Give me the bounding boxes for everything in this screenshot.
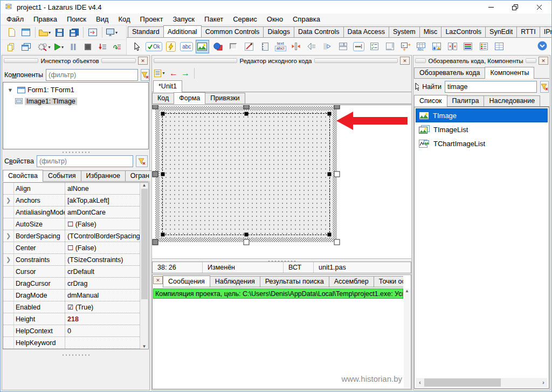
menu-code[interactable]: Код (113, 14, 135, 24)
property-row[interactable]: ❯Constraints(TSizeConstraints) (3, 254, 140, 266)
tab-assembler[interactable]: Ассемблер (329, 276, 374, 287)
tab-breakpoints[interactable]: Точки останова (374, 276, 403, 287)
property-row[interactable]: ❯Anchors[akTop,akLeft] (3, 195, 140, 207)
property-grid-scrollbar[interactable]: ▲▼ (140, 183, 148, 349)
selection-handle[interactable] (161, 173, 165, 176)
palette-tab-rtti[interactable]: RTTI (516, 26, 540, 37)
open-button[interactable]: ▾ (38, 26, 51, 39)
tab-code-explorer[interactable]: Обозреватель кода (414, 67, 485, 78)
tab-anchors[interactable]: Привязки (205, 93, 245, 104)
property-row[interactable]: HelpContext0 (3, 325, 140, 337)
find-clear-icon[interactable] (540, 81, 549, 93)
palette-tab-dialogs[interactable]: Dialogs (263, 26, 294, 37)
property-row[interactable]: Center☐ (False) (3, 242, 140, 254)
tree-collapse-icon[interactable]: ▾ (5, 86, 15, 94)
object-inspector-close-icon[interactable]: ✕ (138, 57, 148, 65)
form-handle[interactable] (334, 105, 340, 109)
dock-grip[interactable] (415, 58, 426, 63)
property-row[interactable]: AlignalNone (3, 183, 140, 195)
dock-grip[interactable] (4, 58, 38, 63)
palette-tab-additional[interactable]: Additional (163, 25, 202, 38)
selection-handle[interactable] (161, 112, 165, 116)
tspeedbutton-icon[interactable] (164, 40, 178, 53)
build-button[interactable]: ▾ (38, 40, 51, 53)
components-panel-close-icon[interactable]: ✕ (539, 57, 548, 65)
tab-restricted[interactable]: Огран (125, 170, 155, 181)
navigate-forward-icon[interactable]: → (181, 68, 190, 78)
scroll-up-icon[interactable]: ▲ (142, 183, 147, 188)
list-item-timagelist[interactable]: TImageList (416, 122, 548, 136)
property-row[interactable]: HelpKeyword (3, 337, 140, 349)
messages-scrollbar[interactable]: ▲ (404, 288, 410, 388)
dock-grip[interactable] (526, 58, 536, 63)
messages-close-icon[interactable]: ✕ (153, 276, 163, 284)
menu-edit[interactable]: Правка (29, 14, 62, 24)
expand-icon[interactable]: ❯ (3, 254, 14, 265)
selection-handle[interactable] (161, 233, 165, 237)
tapplicationproperties-icon[interactable]: >_ (399, 40, 412, 53)
navigate-back-icon[interactable]: ← (169, 68, 178, 78)
property-row[interactable]: Enabled☑ (True) (3, 301, 140, 313)
close-button[interactable] (527, 1, 551, 13)
components-filter-clear-icon[interactable] (141, 69, 149, 81)
components-list-hscrollbar[interactable]: ‹ › (416, 378, 548, 387)
tab-inheritance[interactable]: Наследование (484, 95, 540, 106)
selection-handle[interactable] (244, 112, 248, 116)
save-button[interactable] (53, 26, 66, 39)
form-handle[interactable] (243, 239, 249, 245)
tflowpanel-icon[interactable] (336, 40, 350, 53)
palette-tab-ipro[interactable]: IPro (540, 26, 551, 37)
palette-tab-data-access[interactable]: Data Access (343, 26, 389, 37)
tpairsplitter-icon[interactable] (446, 40, 459, 53)
tab-watches[interactable]: Наблюдения (210, 276, 260, 287)
components-filter-input[interactable] (46, 69, 138, 81)
list-item-tchartimagelist[interactable]: TChartImageList (416, 136, 548, 150)
form-designer[interactable] (152, 105, 411, 259)
jump-to-section-button[interactable]: ▾ (153, 67, 166, 80)
tcolorbox-icon[interactable] (461, 40, 475, 53)
step-over-button[interactable] (111, 40, 123, 53)
property-row[interactable]: ❯BorderSpacing(TControlBorderSpacing) (3, 230, 140, 242)
unit-tab[interactable]: *Unit1 (153, 80, 182, 92)
palette-tab-synedit[interactable]: SynEdit (485, 26, 517, 37)
scroll-down-icon[interactable]: ▼ (142, 344, 147, 349)
form-handle[interactable] (153, 171, 158, 177)
dock-grip[interactable] (101, 58, 136, 63)
pause-button[interactable] (67, 40, 80, 53)
properties-filter-clear-icon[interactable] (136, 155, 148, 167)
scrollbar-thumb[interactable] (424, 379, 501, 387)
palette-overflow-chevron-icon[interactable] (537, 41, 547, 52)
tab-code[interactable]: Код (152, 93, 174, 104)
property-row[interactable]: DragModedmManual (3, 290, 140, 301)
tchecklistbox-icon[interactable] (368, 40, 381, 53)
form-handle[interactable] (334, 239, 340, 245)
tscrollbox-icon[interactable] (383, 40, 397, 53)
tnotebook-icon[interactable] (258, 40, 272, 53)
run-button[interactable]: ▾ (52, 40, 65, 53)
expand-icon[interactable]: ❯ (3, 230, 14, 242)
tree-item-image1[interactable]: Image1: TImage (3, 95, 148, 107)
property-row-height[interactable]: Height218 (3, 313, 140, 325)
palette-tab-lazcontrols[interactable]: LazControls (441, 26, 486, 37)
show-forms-button[interactable] (19, 40, 32, 53)
timage-icon[interactable] (196, 40, 209, 53)
menu-package[interactable]: Пакет (199, 14, 228, 24)
property-row[interactable]: DragCursorcrDrag (3, 278, 140, 290)
tab-components[interactable]: Компоненты (485, 67, 534, 79)
property-row[interactable]: AutoSize☐ (False) (3, 218, 140, 230)
form-handle[interactable] (243, 105, 249, 109)
stop-button[interactable] (81, 40, 94, 53)
property-row[interactable]: AntialiasingModeamDontCare (3, 207, 140, 218)
selection-handle[interactable] (328, 112, 332, 116)
tpaintbox-icon[interactable] (243, 40, 256, 53)
new-form-button[interactable] (19, 26, 32, 39)
palette-tab-standard[interactable]: Standard (128, 26, 164, 37)
dock-grip[interactable] (154, 58, 237, 63)
palette-tab-data-controls[interactable]: Data Controls (294, 26, 343, 37)
tab-events[interactable]: События (43, 170, 81, 181)
tbitbtn-icon[interactable]: Ok (146, 40, 162, 53)
menu-help[interactable]: Справка (288, 14, 325, 24)
tbevel-icon[interactable] (227, 40, 240, 53)
dock-grip[interactable] (314, 58, 398, 63)
designed-form[interactable] (155, 106, 337, 242)
